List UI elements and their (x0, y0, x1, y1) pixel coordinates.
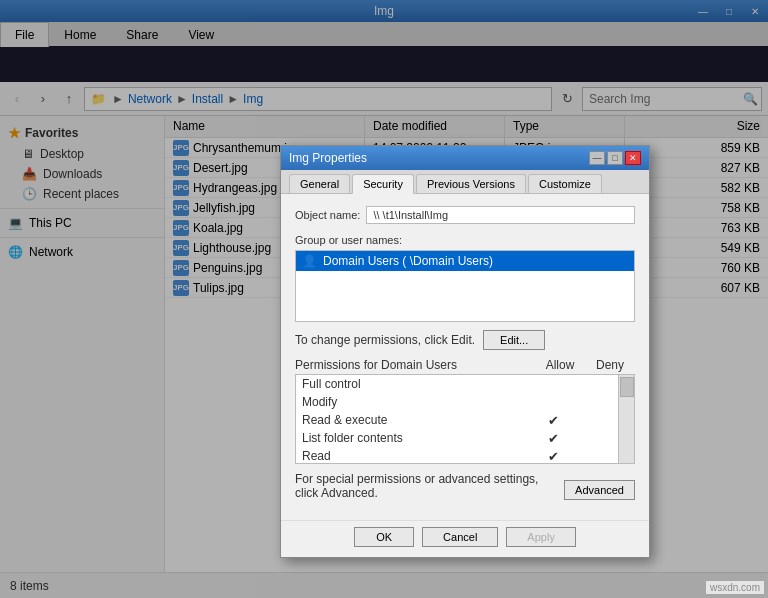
apply-button[interactable]: Apply (506, 527, 576, 547)
advanced-button[interactable]: Advanced (564, 480, 635, 500)
modal-tab-previous-versions[interactable]: Previous Versions (416, 174, 526, 193)
modal-maximize-button[interactable]: □ (607, 151, 623, 165)
permissions-header-row: Permissions for Domain Users Allow Deny (295, 358, 635, 372)
user-icon: 👤 (302, 254, 317, 268)
permission-row: Read ✔ (296, 447, 634, 464)
permission-row: Full control (296, 375, 634, 393)
watermark: wsxdn.com (706, 581, 764, 594)
perm-allow: ✔ (528, 413, 578, 428)
img-properties-dialog: Img Properties — □ ✕ General Security Pr… (280, 145, 650, 558)
user-row-domain-users[interactable]: 👤 Domain Users ( \Domain Users) (296, 251, 634, 271)
users-list[interactable]: 👤 Domain Users ( \Domain Users) (295, 250, 635, 322)
user-name: Domain Users ( \Domain Users) (323, 254, 493, 268)
modal-tab-customize[interactable]: Customize (528, 174, 602, 193)
edit-button[interactable]: Edit... (483, 330, 545, 350)
modal-tab-security[interactable]: Security (352, 174, 414, 194)
allow-col-header: Allow (535, 358, 585, 372)
modal-tab-general[interactable]: General (289, 174, 350, 193)
modal-footer: OK Cancel Apply (281, 520, 649, 557)
modal-body: Object name: \\ \t1\Install\Img Group or… (281, 194, 649, 520)
modal-close-button[interactable]: ✕ (625, 151, 641, 165)
permissions-for-label: Permissions for Domain Users (295, 358, 535, 372)
modal-title-icons: — □ ✕ (589, 151, 641, 165)
perm-name: Read (302, 449, 528, 463)
permissions-list: Full control Modify Read & execute ✔ Lis… (295, 374, 635, 464)
cancel-button[interactable]: Cancel (422, 527, 498, 547)
change-perms-row: To change permissions, click Edit. Edit.… (295, 330, 635, 350)
modal-title-bar: Img Properties — □ ✕ (281, 146, 649, 170)
change-perms-text: To change permissions, click Edit. (295, 333, 475, 347)
perm-name: Full control (302, 377, 528, 391)
object-name-label: Object name: (295, 209, 360, 221)
ok-button[interactable]: OK (354, 527, 414, 547)
perm-name: List folder contents (302, 431, 528, 445)
modal-title: Img Properties (289, 151, 367, 165)
perm-allow: ✔ (528, 449, 578, 464)
permission-row: Modify (296, 393, 634, 411)
permission-row: List folder contents ✔ (296, 429, 634, 447)
object-name-value: \\ \t1\Install\Img (366, 206, 635, 224)
perm-name: Modify (302, 395, 528, 409)
object-name-row: Object name: \\ \t1\Install\Img (295, 206, 635, 224)
perm-allow: ✔ (528, 431, 578, 446)
group-users-label: Group or user names: (295, 234, 635, 246)
scrollbar-thumb (620, 377, 634, 397)
modal-overlay: Img Properties — □ ✕ General Security Pr… (0, 0, 768, 598)
modal-minimize-button[interactable]: — (589, 151, 605, 165)
permissions-scrollbar[interactable] (618, 375, 634, 463)
special-perms-text: For special permissions or advanced sett… (295, 472, 538, 500)
deny-col-header: Deny (585, 358, 635, 372)
permission-row: Read & execute ✔ (296, 411, 634, 429)
special-perms-row: For special permissions or advanced sett… (295, 472, 635, 500)
modal-tabs: General Security Previous Versions Custo… (281, 170, 649, 194)
perm-name: Read & execute (302, 413, 528, 427)
